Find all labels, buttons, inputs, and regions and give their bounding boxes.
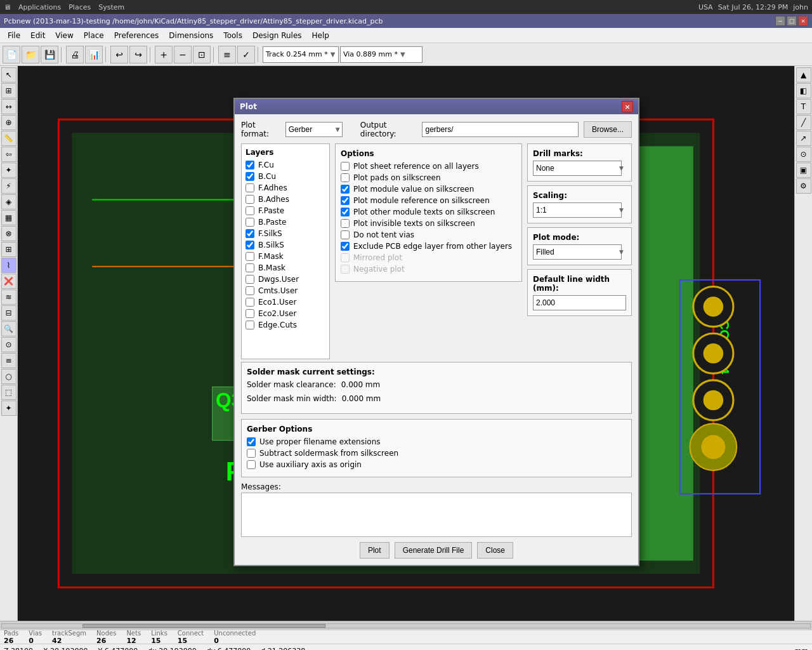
- pcb-canvas[interactable]: PN2222A Q3 CONN_4 2 Plot ×: [18, 66, 794, 621]
- menu-help[interactable]: Help: [307, 30, 334, 41]
- scaling-select[interactable]: 1:1 1:2 2:1: [533, 202, 622, 218]
- generate-drill-button[interactable]: Generate Drill File: [395, 542, 473, 559]
- undo-button[interactable]: ↩: [110, 46, 128, 63]
- rt-zone-tool[interactable]: ▣: [796, 162, 811, 178]
- dialog-close-button[interactable]: ×: [622, 101, 633, 112]
- layer-checkbox[interactable]: [246, 161, 254, 169]
- pick-and-place-tool[interactable]: ⊙: [1, 337, 16, 352]
- applications-menu[interactable]: Applications: [18, 3, 61, 11]
- layer-checkbox[interactable]: [246, 229, 254, 238]
- pad-tool[interactable]: ○: [1, 369, 16, 384]
- drc-run-tool[interactable]: ⚡: [1, 178, 16, 194]
- option-checkbox[interactable]: [341, 162, 350, 171]
- zoom-area-tool[interactable]: ⊟: [1, 305, 16, 321]
- ratsnest-tool[interactable]: ⊗: [1, 226, 16, 241]
- extra-tool[interactable]: ✦: [1, 401, 16, 416]
- drill-marks-select[interactable]: None Small Actual size: [533, 161, 622, 176]
- plot-button[interactable]: Plot: [360, 542, 390, 559]
- rt-route-tool[interactable]: ↗: [796, 131, 811, 146]
- layer-checkbox[interactable]: [246, 206, 254, 215]
- grid-tool[interactable]: ⊞: [1, 83, 16, 98]
- zoom-out-button[interactable]: −: [174, 46, 192, 63]
- script-tool[interactable]: ≡: [1, 353, 16, 368]
- output-dir-input[interactable]: [422, 122, 579, 137]
- system-menu[interactable]: System: [98, 3, 124, 11]
- menu-file[interactable]: File: [3, 30, 25, 41]
- print-button[interactable]: 🖨: [66, 46, 84, 63]
- layer-checkbox[interactable]: [246, 241, 254, 249]
- plot-format-select[interactable]: Gerber PostScript SVG DXF HPGL: [285, 122, 343, 137]
- browse-button[interactable]: Browse...: [584, 121, 632, 138]
- menu-design-rules[interactable]: Design Rules: [247, 30, 307, 41]
- menu-dimensions[interactable]: Dimensions: [164, 30, 218, 41]
- gerber-option-checkbox[interactable]: [247, 449, 256, 458]
- layer-checkbox[interactable]: [246, 183, 254, 192]
- minimize-button[interactable]: −: [775, 16, 785, 26]
- redo-button[interactable]: ↪: [129, 46, 147, 63]
- highlight-tool[interactable]: ✦: [1, 162, 16, 178]
- zoom-in-button[interactable]: +: [155, 46, 173, 63]
- menu-place[interactable]: Place: [79, 30, 109, 41]
- option-checkbox[interactable]: [341, 219, 350, 228]
- layer-checkbox[interactable]: [246, 252, 254, 261]
- rt-text-tool[interactable]: T: [796, 99, 811, 114]
- h-scrollbar-thumb[interactable]: [82, 624, 325, 628]
- open-button[interactable]: 📁: [22, 46, 39, 63]
- default-line-width-input[interactable]: [533, 295, 626, 310]
- option-checkbox[interactable]: [341, 230, 350, 239]
- gerber-option-checkbox[interactable]: [247, 460, 256, 469]
- pcb3d-tool[interactable]: ◈: [1, 194, 16, 209]
- new-button[interactable]: 📄: [3, 46, 20, 63]
- menu-tools[interactable]: Tools: [218, 30, 247, 41]
- menu-view[interactable]: View: [50, 30, 78, 41]
- option-checkbox[interactable]: [341, 185, 350, 194]
- h-scrollbar-track[interactable]: [1, 623, 811, 628]
- h-scrollbar[interactable]: [0, 621, 812, 630]
- fan-out-tool[interactable]: ❌: [1, 274, 16, 289]
- add-footprint-tool[interactable]: ⊞: [1, 242, 16, 257]
- gerber-option-checkbox[interactable]: [247, 437, 256, 446]
- maximize-button[interactable]: □: [787, 16, 797, 26]
- option-checkbox[interactable]: [341, 173, 350, 182]
- copper-pour-tool[interactable]: ▦: [1, 210, 16, 225]
- netlist-button[interactable]: ≡: [218, 46, 236, 63]
- close-app-button[interactable]: ×: [798, 16, 808, 26]
- dialog-close-btn[interactable]: Close: [477, 542, 513, 559]
- layer-checkbox[interactable]: [246, 218, 254, 227]
- layer-checkbox[interactable]: [246, 195, 254, 204]
- layer-checkbox[interactable]: [246, 321, 254, 329]
- push-tool[interactable]: ⇦: [1, 147, 16, 162]
- zoom-fit-button[interactable]: ⊡: [193, 46, 211, 63]
- layer-checkbox[interactable]: [246, 298, 254, 307]
- measure-tool[interactable]: ↔: [1, 99, 16, 114]
- rt-layer-tool[interactable]: ◧: [796, 83, 811, 98]
- menu-edit[interactable]: Edit: [25, 30, 50, 41]
- layer-checkbox[interactable]: [246, 263, 254, 272]
- keepout-tool[interactable]: ⬚: [1, 385, 16, 400]
- via-dropdown[interactable]: Via 0.889 mm * ▼: [340, 46, 422, 63]
- layer-checkbox[interactable]: [246, 172, 254, 181]
- layer-checkbox[interactable]: [246, 275, 254, 284]
- drc-button[interactable]: ✓: [237, 46, 255, 63]
- save-button[interactable]: 💾: [41, 46, 58, 63]
- origin-tool[interactable]: ⊕: [1, 115, 16, 130]
- plot-button[interactable]: 📊: [85, 46, 103, 63]
- layer-checkbox[interactable]: [246, 309, 254, 318]
- rt-line-tool[interactable]: ╱: [796, 115, 811, 130]
- menu-preferences[interactable]: Preferences: [109, 30, 164, 41]
- option-checkbox[interactable]: [341, 208, 350, 216]
- option-checkbox[interactable]: [341, 196, 350, 205]
- cursor-tool[interactable]: ↖: [1, 67, 16, 83]
- search-tool[interactable]: 🔍: [1, 321, 16, 336]
- route-track-tool[interactable]: ⌇: [1, 258, 16, 273]
- track-dropdown[interactable]: Track 0.254 mm * ▼: [263, 46, 339, 63]
- layer-checkbox[interactable]: [246, 286, 254, 295]
- ruler-tool[interactable]: 📏: [1, 131, 16, 146]
- places-menu[interactable]: Places: [69, 3, 91, 11]
- option-checkbox[interactable]: [341, 242, 350, 251]
- rt-via-tool[interactable]: ⊙: [796, 147, 811, 162]
- diff-pair-tool[interactable]: ≋: [1, 289, 16, 305]
- plot-mode-select[interactable]: Filled Sketch: [533, 244, 622, 260]
- rt-scroll-top[interactable]: ▲: [796, 67, 811, 83]
- rt-drc-tool[interactable]: ⚙: [796, 178, 811, 194]
